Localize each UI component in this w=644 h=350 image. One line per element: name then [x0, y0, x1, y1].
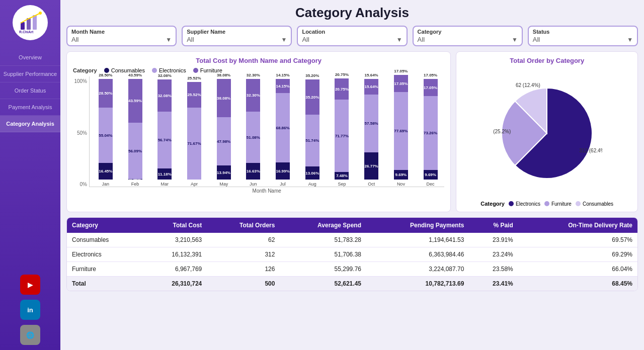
filter-location[interactable]: Location All ▼ [297, 26, 407, 46]
y-axis: 100% 50% 0% [73, 76, 89, 187]
table-row: Furniture6,967,76912655,299.763,224,087.… [67, 262, 637, 277]
filter-supplier-label: Supplier Name [187, 29, 287, 35]
logo: R.ChiArt [13, 5, 48, 40]
linkedin-icon[interactable]: in [20, 300, 40, 320]
chevron-down-icon: ▼ [396, 36, 403, 43]
sidebar-item-overview[interactable]: Overview [0, 49, 60, 66]
pie-legend-furniture: Furniture [544, 201, 572, 207]
filter-status-select[interactable]: All ▼ [533, 36, 633, 43]
sidebar: R.ChiArt Overview Supplier Performance O… [0, 0, 60, 350]
charts-row: Total Cost by Month Name and Category Ca… [66, 51, 638, 212]
social-icons: ▶ in 🌐 [20, 275, 40, 350]
chevron-down-icon: ▼ [166, 36, 172, 43]
legend-electronics: Electronics [152, 67, 186, 73]
filter-status-label: Status [533, 29, 633, 35]
table-row: Total26,310,72450052,621.4510,782,713.69… [67, 277, 637, 291]
col-pending: Pending Payments [366, 218, 469, 233]
col-avg-spend: Average Spend [280, 218, 366, 233]
bar-group-mar: 11.18%56.74%32.08%32.08%Mar [150, 76, 179, 187]
table-row: Electronics16,132,39131251,706.386,363,9… [67, 247, 637, 262]
sidebar-item-order-status[interactable]: Order Status [0, 82, 60, 99]
bar-group-nov: 9.69%77.69%17.05%17.05%Nov [387, 76, 415, 187]
data-table-container: Category Total Cost Total Orders Average… [66, 217, 638, 291]
pie-legend: Category Electronics Furniture Consumabl… [462, 201, 631, 207]
filter-category-select[interactable]: All ▼ [418, 36, 518, 43]
bar-group-oct: 26.77%57.58%15.64%15.64%Oct [357, 76, 385, 187]
sidebar-item-category-analysis[interactable]: Category Analysis [0, 116, 60, 132]
col-total-cost: Total Cost [142, 218, 207, 233]
table-body: Consumables3,210,5636251,783.281,194,641… [67, 233, 637, 291]
bar-group-sep: 7.48%71.77%20.75%20.75%Sep [328, 76, 356, 187]
col-otd: On-Time Delivery Rate [518, 218, 637, 233]
website-icon[interactable]: 🌐 [20, 325, 40, 345]
chevron-down-icon: ▼ [627, 36, 633, 43]
pie-legend-electronics: Electronics [509, 201, 540, 207]
bar-chart-inner-wrap: 100% 50% 0% 16.45%55.04%28.50%28.50%Jan0… [73, 76, 444, 192]
bar-group-jan: 16.45%55.04%28.50%28.50%Jan [92, 76, 120, 187]
filter-category[interactable]: Category All ▼ [413, 26, 523, 46]
bar-group-feb: 0.36%56.09%43.59%43.59%Feb [121, 76, 149, 187]
svg-text:62 (12.4%): 62 (12.4%) [516, 82, 540, 88]
filter-month-name[interactable]: Month Name All ▼ [66, 26, 177, 46]
col-category: Category [67, 218, 142, 233]
filter-location-select[interactable]: All ▼ [302, 36, 402, 43]
filter-category-label: Category [418, 29, 518, 35]
chevron-down-icon: ▼ [512, 36, 518, 43]
sidebar-item-payment-analysis[interactable]: Payment Analysis [0, 99, 60, 116]
bar-group-may: 13.94%47.98%38.08%38.08%May [210, 76, 238, 187]
main-content: Category Analysis Month Name All ▼ Suppl… [60, 0, 644, 350]
bar-group-jul: 16.99%68.86%14.15%14.15%Jul [269, 76, 297, 187]
bars-area: 16.45%55.04%28.50%28.50%Jan0.36%56.09%43… [89, 76, 444, 187]
filter-month-label: Month Name [71, 29, 172, 35]
filter-month-select[interactable]: All ▼ [71, 36, 172, 43]
filters-row: Month Name All ▼ Supplier Name All ▼ Loc… [66, 26, 638, 46]
pie-chart-title: Total Order by Category [462, 57, 631, 64]
filter-status[interactable]: Status All ▼ [528, 26, 638, 46]
sidebar-item-supplier-performance[interactable]: Supplier Performance [0, 66, 60, 82]
svg-rect-3 [33, 15, 37, 30]
bar-group-jun: 16.63%51.08%32.30%32.30%Jun [239, 76, 268, 187]
table-header-row: Category Total Cost Total Orders Average… [67, 218, 637, 233]
bar-group-aug: 13.06%51.74%35.20%35.20%Aug [298, 76, 327, 187]
pie-chart-svg: 312 (62.4%)126 (25.2%)62 (12.4%) [492, 78, 602, 189]
data-table: Category Total Cost Total Orders Average… [67, 218, 637, 291]
pie-legend-consumables: Consumables [576, 201, 613, 207]
col-pct-paid: % Paid [469, 218, 518, 233]
bar-chart-container: Total Cost by Month Name and Category Ca… [66, 51, 451, 212]
table-row: Consumables3,210,5636251,783.281,194,641… [67, 233, 637, 247]
col-total-orders: Total Orders [207, 218, 280, 233]
pie-chart-container: Total Order by Category 312 (62.4%)126 (… [456, 51, 638, 212]
svg-text:312 (62.4%): 312 (62.4%) [580, 147, 603, 153]
page-title: Category Analysis [66, 5, 638, 21]
svg-text:126 (25.2%): 126 (25.2%) [492, 129, 511, 134]
bar-group-dec: 9.69%73.26%17.05%17.05%Dec [417, 76, 445, 187]
bar-group-apr: 71.67%25.52%25.52%Apr [180, 76, 208, 187]
filter-supplier-select[interactable]: All ▼ [187, 36, 287, 43]
x-axis-title: Month Name [89, 188, 444, 194]
filter-location-label: Location [302, 29, 402, 35]
chevron-down-icon: ▼ [281, 36, 287, 43]
pie-chart-wrap: 312 (62.4%)126 (25.2%)62 (12.4%) [462, 67, 631, 199]
youtube-icon[interactable]: ▶ [20, 275, 40, 295]
svg-point-4 [39, 12, 42, 15]
filter-supplier-name[interactable]: Supplier Name All ▼ [182, 26, 292, 46]
bar-chart-title: Total Cost by Month Name and Category [73, 57, 444, 64]
svg-text:R.ChiArt: R.ChiArt [19, 30, 34, 34]
